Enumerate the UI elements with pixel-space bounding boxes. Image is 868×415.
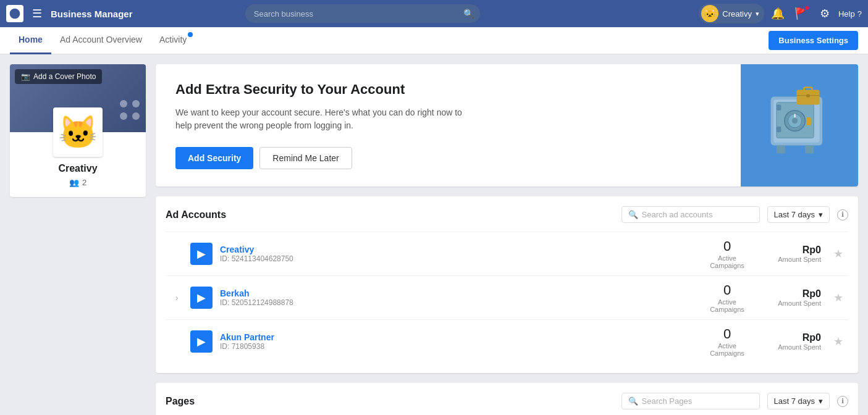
account-id: ID: 520512124988878	[220, 298, 695, 307]
account-stat: 0 ActiveCampaigns	[702, 326, 752, 357]
ad-accounts-header: Ad Accounts 🔍 Last 7 days ▾ ℹ	[166, 206, 848, 223]
date-filter-pages[interactable]: Last 7 days ▾	[767, 393, 830, 409]
amount-label: Amount Spent	[759, 343, 821, 351]
search-accounts-input[interactable]	[642, 210, 753, 219]
ad-accounts-card: Ad Accounts 🔍 Last 7 days ▾ ℹ › ▶ Creati…	[156, 196, 858, 373]
hamburger-menu[interactable]: ☰	[30, 4, 44, 23]
notifications-icon[interactable]: 🔔	[768, 4, 788, 23]
active-campaigns-count: 0	[702, 238, 752, 254]
camera-icon: 📷	[21, 72, 30, 81]
active-label: ActiveCampaigns	[702, 254, 752, 269]
account-row: › ▶ Akun Partner ID: 71805938 0 ActiveCa…	[166, 319, 848, 363]
active-campaigns-count: 0	[702, 326, 752, 342]
search-pages-input[interactable]	[642, 396, 753, 406]
favorite-star-icon[interactable]: ★	[833, 247, 843, 261]
pikachu-emoji: 🐱	[58, 114, 98, 151]
security-buttons: Add Security Remind Me Later	[175, 147, 721, 169]
account-row: › ▶ Creativy ID: 524113404628750 0 Activ…	[166, 232, 848, 275]
security-description: We want to keep your account secure. Her…	[175, 106, 472, 132]
account-info: Akun Partner ID: 71805938	[220, 332, 695, 351]
date-filter-label: Last 7 days	[774, 210, 815, 219]
cover-decoration	[120, 100, 140, 120]
ad-accounts-search: 🔍	[622, 206, 760, 223]
remind-me-later-button[interactable]: Remind Me Later	[259, 147, 352, 169]
account-amount: Rp0 Amount Spent	[759, 245, 821, 263]
account-info: Creativy ID: 524113404628750	[220, 245, 695, 263]
account-icon: ▶	[190, 330, 213, 353]
account-name[interactable]: Creativy	[220, 245, 695, 254]
chevron-right-icon[interactable]: ›	[171, 293, 183, 303]
cover-photo-label: Add a Cover Photo	[33, 72, 96, 81]
profile-members: 👥 2	[20, 178, 136, 187]
help-question-icon: ?	[857, 9, 862, 19]
top-navigation: ☰ Business Manager 🔍 🐱 Creativy ▾ 🔔 🚩 ⚙ …	[0, 0, 868, 27]
amount-label: Amount Spent	[759, 300, 821, 307]
help-button[interactable]: Help ?	[838, 9, 862, 19]
pages-header: Pages 🔍 Last 7 days ▾ ℹ	[166, 393, 848, 409]
pages-card: Pages 🔍 Last 7 days ▾ ℹ Add a Page to se…	[156, 383, 858, 415]
members-count: 2	[82, 178, 86, 187]
tab-ad-account-overview[interactable]: Ad Account Overview	[51, 27, 151, 54]
security-content: Add Extra Security to Your Account We wa…	[156, 64, 741, 187]
account-amount: Rp0 Amount Spent	[759, 332, 821, 351]
profile-avatar: 🐱	[53, 107, 103, 157]
amount-label: Amount Spent	[759, 256, 821, 263]
tab-activity[interactable]: Activity	[151, 27, 195, 54]
tab-activity-label: Activity	[159, 35, 187, 44]
account-id: ID: 71805938	[220, 342, 695, 351]
members-icon: 👥	[69, 178, 79, 187]
favorite-star-icon[interactable]: ★	[833, 291, 843, 304]
chevron-down-icon: ▾	[819, 396, 823, 406]
active-campaigns-count: 0	[702, 282, 752, 298]
chevron-down-icon: ▾	[756, 10, 759, 18]
account-name[interactable]: Akun Partner	[220, 332, 695, 342]
pages-title: Pages	[166, 396, 614, 407]
account-name[interactable]: Berkah	[220, 288, 695, 298]
search-icon: 🔍	[463, 9, 474, 19]
svg-rect-10	[777, 146, 785, 154]
add-security-button[interactable]: Add Security	[175, 147, 253, 169]
date-filter-accounts[interactable]: Last 7 days ▾	[767, 206, 830, 223]
amount-value: Rp0	[759, 288, 821, 300]
settings-icon[interactable]: ⚙	[815, 4, 835, 23]
notification-dot	[804, 5, 810, 11]
svg-rect-11	[805, 146, 814, 154]
main-content: 📷 Add a Cover Photo 🐱 Creativy 👥 2	[0, 54, 868, 415]
amount-value: Rp0	[759, 245, 821, 256]
facebook-logo	[6, 5, 23, 22]
flag-icon[interactable]: 🚩	[791, 4, 811, 23]
activity-dot	[188, 32, 193, 37]
account-info: Berkah ID: 520512124988878	[220, 288, 695, 307]
nav-right-section: 🐱 Creativy ▾ 🔔 🚩 ⚙ Help ?	[699, 4, 862, 23]
account-row: › ▶ Berkah ID: 520512124988878 0 ActiveC…	[166, 275, 848, 319]
favorite-star-icon[interactable]: ★	[833, 335, 843, 348]
tab-home[interactable]: Home	[10, 27, 51, 54]
cover-photo-area: 📷 Add a Cover Photo 🐱	[10, 64, 146, 132]
pages-search: 🔍	[622, 393, 760, 409]
account-icon: ▶	[190, 243, 213, 265]
profile-card: 📷 Add a Cover Photo 🐱 Creativy 👥 2	[10, 64, 146, 197]
account-id: ID: 524113404628750	[220, 254, 695, 263]
info-icon-accounts[interactable]: ℹ	[837, 209, 848, 220]
active-label: ActiveCampaigns	[702, 298, 752, 313]
svg-rect-8	[777, 105, 781, 111]
account-stat: 0 ActiveCampaigns	[702, 238, 752, 269]
tab-ad-account-label: Ad Account Overview	[60, 35, 142, 44]
business-manager-title: Business Manager	[51, 9, 133, 19]
date-filter-pages-label: Last 7 days	[774, 396, 815, 406]
info-icon-pages[interactable]: ℹ	[837, 396, 848, 407]
chevron-down-icon: ▾	[819, 210, 823, 219]
search-input[interactable]	[245, 4, 480, 23]
search-accounts-icon: 🔍	[628, 210, 638, 219]
svg-point-5	[792, 118, 798, 124]
account-icon: ▶	[190, 287, 213, 309]
add-cover-photo-button[interactable]: 📷 Add a Cover Photo	[15, 69, 102, 84]
amount-value: Rp0	[759, 332, 821, 343]
secondary-navigation: Home Ad Account Overview Activity Busine…	[0, 27, 868, 54]
user-badge[interactable]: 🐱 Creativy ▾	[699, 4, 764, 23]
security-illustration	[741, 64, 858, 187]
profile-name: Creativy	[20, 163, 136, 174]
business-settings-button[interactable]: Business Settings	[769, 31, 858, 50]
search-pages-icon: 🔍	[628, 396, 638, 406]
account-amount: Rp0 Amount Spent	[759, 288, 821, 307]
